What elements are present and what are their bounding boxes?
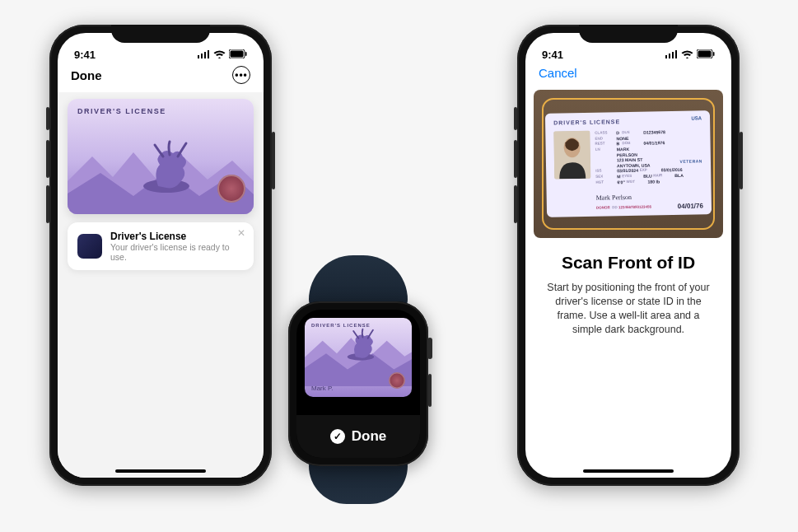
wifi-icon bbox=[681, 49, 693, 61]
svg-rect-1 bbox=[201, 54, 203, 58]
svg-rect-14 bbox=[698, 51, 712, 58]
id-country: USA bbox=[691, 115, 702, 120]
svg-rect-6 bbox=[245, 52, 247, 56]
state-seal-icon bbox=[217, 175, 245, 203]
watch-card-name: Mark P. bbox=[311, 385, 334, 392]
cellular-icon bbox=[665, 49, 678, 61]
home-indicator[interactable] bbox=[115, 469, 206, 473]
id-donor: DONOR DD 1234567890123456 bbox=[596, 205, 651, 210]
svg-rect-3 bbox=[208, 50, 209, 58]
watch-done-label: Done bbox=[352, 428, 387, 445]
status-time: 9:41 bbox=[74, 49, 96, 61]
notification-subtitle: Your driver's license is ready to use. bbox=[110, 242, 244, 262]
iphone-scan-id: 9:41 Cancel DRIVER'S LICENSE USA CLASSD … bbox=[517, 25, 740, 486]
iphone-notch bbox=[111, 25, 210, 43]
wallet-body: DRIVER'S LICENSE Mark P. Driver's Licen bbox=[58, 92, 264, 478]
done-button[interactable]: Done bbox=[71, 68, 102, 82]
more-button[interactable]: ••• bbox=[232, 66, 250, 84]
home-indicator[interactable] bbox=[583, 469, 674, 473]
battery-icon bbox=[697, 49, 715, 61]
wallet-app-icon bbox=[77, 234, 102, 259]
dismiss-notification-button[interactable]: ✕ bbox=[237, 227, 245, 239]
id-fields: CLASSD DLND12345678 ENDNONE RESTB DOB04/… bbox=[595, 128, 704, 185]
checkmark-icon: ✓ bbox=[330, 429, 345, 444]
svg-rect-10 bbox=[669, 54, 670, 58]
id-photo bbox=[553, 131, 590, 180]
svg-rect-15 bbox=[713, 52, 715, 56]
watch-done-button[interactable]: ✓ Done bbox=[296, 415, 420, 458]
watch-license-card[interactable]: DRIVER'S LICENSE Mark P. bbox=[305, 318, 412, 397]
wifi-icon bbox=[213, 49, 226, 61]
drivers-license-card[interactable]: DRIVER'S LICENSE Mark P. bbox=[68, 99, 254, 214]
notification-title: Driver's License bbox=[110, 231, 244, 242]
card-title: DRIVER'S LICENSE bbox=[77, 107, 244, 115]
iphone-wallet: 9:41 Done ••• DRIVER'S LICENSE bbox=[49, 25, 272, 486]
scan-heading: Scan Front of ID bbox=[545, 253, 712, 273]
svg-rect-2 bbox=[204, 52, 206, 58]
digital-crown[interactable] bbox=[427, 338, 432, 359]
battery-icon bbox=[229, 49, 247, 61]
svg-rect-11 bbox=[672, 52, 674, 58]
cellular-icon bbox=[198, 49, 210, 61]
id-signature: Mark Perlson bbox=[596, 194, 632, 202]
watch-case: DRIVER'S LICENSE Mark P. ✓ bbox=[288, 301, 428, 466]
camera-scan-viewport[interactable]: DRIVER'S LICENSE USA CLASSD DLND12345678… bbox=[534, 90, 723, 238]
watch-side-button[interactable] bbox=[428, 374, 432, 407]
watch-seal-icon bbox=[389, 372, 405, 389]
svg-rect-0 bbox=[198, 55, 199, 58]
cancel-button[interactable]: Cancel bbox=[539, 66, 577, 80]
license-ready-notification[interactable]: Driver's License Your driver's license i… bbox=[68, 222, 254, 270]
card-artwork bbox=[68, 132, 254, 214]
svg-rect-9 bbox=[665, 55, 667, 58]
status-time: 9:41 bbox=[542, 49, 563, 61]
apple-watch: DRIVER'S LICENSE Mark P. ✓ bbox=[280, 255, 436, 504]
scanned-id-card: DRIVER'S LICENSE USA CLASSD DLND12345678… bbox=[545, 110, 712, 217]
iphone-notch bbox=[579, 25, 678, 43]
svg-rect-12 bbox=[675, 50, 677, 58]
id-dob-large: 04/01/76 bbox=[678, 202, 703, 210]
id-header: DRIVER'S LICENSE bbox=[553, 117, 702, 125]
id-veteran-badge: VETERAN bbox=[679, 158, 702, 163]
svg-rect-5 bbox=[231, 51, 244, 58]
scan-instructions: Start by positioning the front of your d… bbox=[545, 281, 712, 337]
